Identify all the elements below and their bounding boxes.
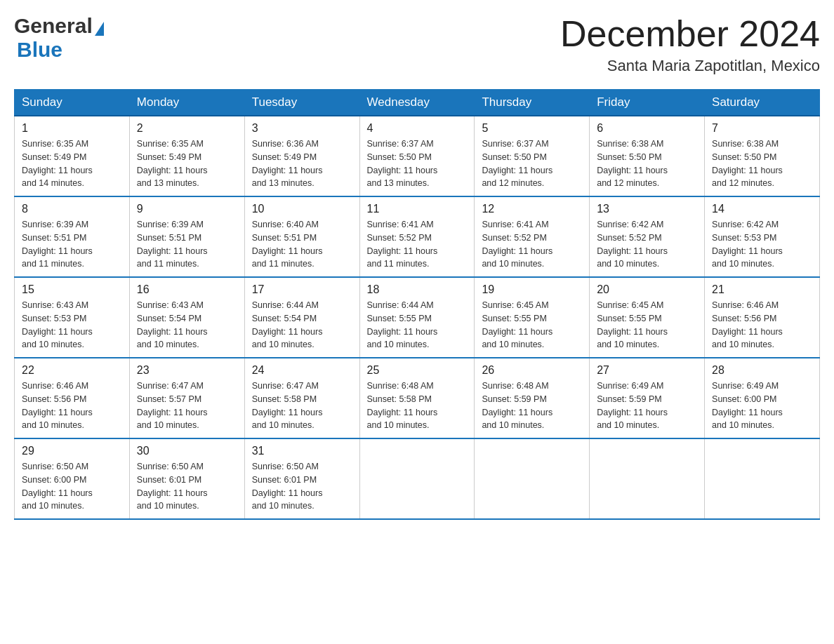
day-info: Sunrise: 6:38 AM Sunset: 5:50 PM Dayligh… (597, 137, 697, 190)
calendar-cell: 25 Sunrise: 6:48 AM Sunset: 5:58 PM Dayl… (359, 358, 475, 438)
month-title: December 2024 (560, 14, 820, 54)
calendar-cell: 22 Sunrise: 6:46 AM Sunset: 5:56 PM Dayl… (15, 358, 130, 438)
day-info: Sunrise: 6:41 AM Sunset: 5:52 PM Dayligh… (482, 218, 582, 271)
calendar-cell: 15 Sunrise: 6:43 AM Sunset: 5:53 PM Dayl… (15, 277, 130, 358)
calendar-header-row: SundayMondayTuesdayWednesdayThursdayFrid… (15, 90, 820, 116)
day-number: 2 (137, 122, 237, 135)
calendar-cell: 26 Sunrise: 6:48 AM Sunset: 5:59 PM Dayl… (475, 358, 590, 438)
logo-general-text: General (14, 14, 93, 38)
day-number: 17 (252, 283, 352, 296)
calendar-cell: 18 Sunrise: 6:44 AM Sunset: 5:55 PM Dayl… (359, 277, 475, 358)
day-info: Sunrise: 6:42 AM Sunset: 5:53 PM Dayligh… (712, 218, 812, 271)
calendar-cell: 28 Sunrise: 6:49 AM Sunset: 6:00 PM Dayl… (705, 358, 820, 438)
column-header-wednesday: Wednesday (359, 90, 475, 116)
calendar-cell: 6 Sunrise: 6:38 AM Sunset: 5:50 PM Dayli… (590, 116, 705, 196)
day-info: Sunrise: 6:46 AM Sunset: 5:56 PM Dayligh… (712, 299, 812, 351)
day-info: Sunrise: 6:39 AM Sunset: 5:51 PM Dayligh… (137, 218, 237, 271)
day-number: 12 (482, 203, 582, 215)
day-number: 1 (22, 122, 122, 135)
day-info: Sunrise: 6:38 AM Sunset: 5:50 PM Dayligh… (712, 137, 812, 190)
day-number: 28 (712, 364, 812, 377)
day-number: 19 (482, 283, 582, 296)
day-number: 9 (137, 203, 237, 215)
calendar-cell: 10 Sunrise: 6:40 AM Sunset: 5:51 PM Dayl… (244, 196, 359, 277)
calendar-cell: 27 Sunrise: 6:49 AM Sunset: 5:59 PM Dayl… (590, 358, 705, 438)
calendar-cell: 9 Sunrise: 6:39 AM Sunset: 5:51 PM Dayli… (129, 196, 244, 277)
day-number: 18 (367, 283, 468, 296)
calendar-cell: 19 Sunrise: 6:45 AM Sunset: 5:55 PM Dayl… (475, 277, 590, 358)
week-row-2: 8 Sunrise: 6:39 AM Sunset: 5:51 PM Dayli… (15, 196, 820, 277)
day-number: 6 (597, 122, 697, 135)
day-info: Sunrise: 6:45 AM Sunset: 5:55 PM Dayligh… (482, 299, 582, 351)
column-header-thursday: Thursday (475, 90, 590, 116)
day-number: 11 (367, 203, 468, 215)
day-number: 15 (22, 283, 122, 296)
day-info: Sunrise: 6:46 AM Sunset: 5:56 PM Dayligh… (22, 380, 122, 432)
calendar-cell (590, 438, 705, 519)
logo-blue-text: Blue (17, 38, 62, 61)
day-number: 22 (22, 364, 122, 377)
day-number: 4 (367, 122, 468, 135)
calendar-cell: 17 Sunrise: 6:44 AM Sunset: 5:54 PM Dayl… (244, 277, 359, 358)
week-row-4: 22 Sunrise: 6:46 AM Sunset: 5:56 PM Dayl… (15, 358, 820, 438)
title-block: December 2024 Santa Maria Zapotitlan, Me… (560, 14, 820, 75)
day-info: Sunrise: 6:37 AM Sunset: 5:50 PM Dayligh… (367, 137, 468, 190)
column-header-sunday: Sunday (15, 90, 130, 116)
day-number: 8 (22, 203, 122, 215)
day-info: Sunrise: 6:41 AM Sunset: 5:52 PM Dayligh… (367, 218, 468, 271)
day-info: Sunrise: 6:48 AM Sunset: 5:59 PM Dayligh… (482, 380, 582, 432)
calendar-cell (475, 438, 590, 519)
calendar-cell: 13 Sunrise: 6:42 AM Sunset: 5:52 PM Dayl… (590, 196, 705, 277)
day-info: Sunrise: 6:35 AM Sunset: 5:49 PM Dayligh… (22, 137, 122, 190)
day-info: Sunrise: 6:50 AM Sunset: 6:01 PM Dayligh… (252, 460, 352, 513)
day-number: 5 (482, 122, 582, 135)
day-info: Sunrise: 6:49 AM Sunset: 5:59 PM Dayligh… (597, 380, 697, 432)
day-number: 26 (482, 364, 582, 377)
week-row-3: 15 Sunrise: 6:43 AM Sunset: 5:53 PM Dayl… (15, 277, 820, 358)
week-row-5: 29 Sunrise: 6:50 AM Sunset: 6:00 PM Dayl… (15, 438, 820, 519)
calendar-cell: 23 Sunrise: 6:47 AM Sunset: 5:57 PM Dayl… (129, 358, 244, 438)
day-info: Sunrise: 6:42 AM Sunset: 5:52 PM Dayligh… (597, 218, 697, 271)
day-number: 24 (252, 364, 352, 377)
day-info: Sunrise: 6:47 AM Sunset: 5:58 PM Dayligh… (252, 380, 352, 432)
day-info: Sunrise: 6:43 AM Sunset: 5:54 PM Dayligh… (137, 299, 237, 351)
week-row-1: 1 Sunrise: 6:35 AM Sunset: 5:49 PM Dayli… (15, 116, 820, 196)
logo-triangle-icon (95, 22, 104, 36)
calendar-cell: 29 Sunrise: 6:50 AM Sunset: 6:00 PM Dayl… (15, 438, 130, 519)
day-number: 3 (252, 122, 352, 135)
day-info: Sunrise: 6:48 AM Sunset: 5:58 PM Dayligh… (367, 380, 468, 432)
calendar-cell: 4 Sunrise: 6:37 AM Sunset: 5:50 PM Dayli… (359, 116, 475, 196)
calendar-cell: 14 Sunrise: 6:42 AM Sunset: 5:53 PM Dayl… (705, 196, 820, 277)
day-info: Sunrise: 6:47 AM Sunset: 5:57 PM Dayligh… (137, 380, 237, 432)
calendar-cell: 24 Sunrise: 6:47 AM Sunset: 5:58 PM Dayl… (244, 358, 359, 438)
calendar-cell: 31 Sunrise: 6:50 AM Sunset: 6:01 PM Dayl… (244, 438, 359, 519)
calendar-cell: 2 Sunrise: 6:35 AM Sunset: 5:49 PM Dayli… (129, 116, 244, 196)
day-info: Sunrise: 6:36 AM Sunset: 5:49 PM Dayligh… (252, 137, 352, 190)
day-number: 7 (712, 122, 812, 135)
day-number: 27 (597, 364, 697, 377)
column-header-tuesday: Tuesday (244, 90, 359, 116)
location-title: Santa Maria Zapotitlan, Mexico (560, 57, 820, 75)
calendar-cell: 11 Sunrise: 6:41 AM Sunset: 5:52 PM Dayl… (359, 196, 475, 277)
calendar-cell (705, 438, 820, 519)
calendar-cell: 30 Sunrise: 6:50 AM Sunset: 6:01 PM Dayl… (129, 438, 244, 519)
day-info: Sunrise: 6:39 AM Sunset: 5:51 PM Dayligh… (22, 218, 122, 271)
calendar-cell: 3 Sunrise: 6:36 AM Sunset: 5:49 PM Dayli… (244, 116, 359, 196)
calendar-cell: 5 Sunrise: 6:37 AM Sunset: 5:50 PM Dayli… (475, 116, 590, 196)
day-number: 25 (367, 364, 468, 377)
day-info: Sunrise: 6:50 AM Sunset: 6:00 PM Dayligh… (22, 460, 122, 513)
day-info: Sunrise: 6:35 AM Sunset: 5:49 PM Dayligh… (137, 137, 237, 190)
day-number: 31 (252, 445, 352, 457)
column-header-monday: Monday (129, 90, 244, 116)
day-number: 13 (597, 203, 697, 215)
day-info: Sunrise: 6:43 AM Sunset: 5:53 PM Dayligh… (22, 299, 122, 351)
calendar-cell: 8 Sunrise: 6:39 AM Sunset: 5:51 PM Dayli… (15, 196, 130, 277)
calendar-cell: 21 Sunrise: 6:46 AM Sunset: 5:56 PM Dayl… (705, 277, 820, 358)
day-number: 14 (712, 203, 812, 215)
day-number: 10 (252, 203, 352, 215)
day-number: 16 (137, 283, 237, 296)
calendar-cell: 7 Sunrise: 6:38 AM Sunset: 5:50 PM Dayli… (705, 116, 820, 196)
column-header-saturday: Saturday (705, 90, 820, 116)
calendar-cell: 12 Sunrise: 6:41 AM Sunset: 5:52 PM Dayl… (475, 196, 590, 277)
calendar-cell: 1 Sunrise: 6:35 AM Sunset: 5:49 PM Dayli… (15, 116, 130, 196)
